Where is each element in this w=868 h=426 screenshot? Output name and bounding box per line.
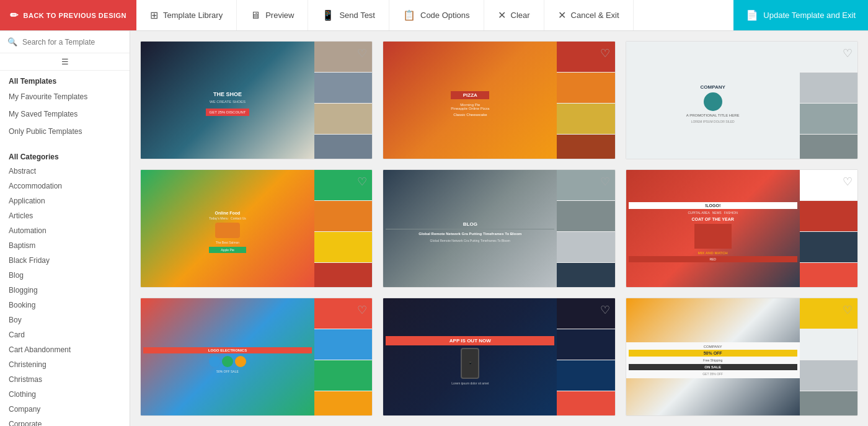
cat-blog[interactable]: Blog xyxy=(0,268,130,283)
card-main-image: !LOGO! CUPITAL AREA NEWS FASHION COAT OF… xyxy=(626,170,800,288)
favourite-icon[interactable]: ♡ xyxy=(357,47,367,60)
sidebar-only-public[interactable]: Only Public Templates xyxy=(0,123,130,140)
thumb-2 xyxy=(314,201,372,232)
favourite-icon[interactable]: ♡ xyxy=(600,175,610,189)
clear-icon: ✕ xyxy=(498,9,506,21)
nav-code-options[interactable]: 📋 Code Options xyxy=(389,0,484,30)
thumb-3 xyxy=(314,360,372,391)
template-card-flat: LOGO ELECTRONICS 50% OFF SALE xyxy=(140,298,373,416)
cat-accommodation[interactable]: Accommodation xyxy=(0,179,130,193)
cancel-exit-icon: ✕ xyxy=(558,9,566,21)
nav-clear[interactable]: ✕ Clear xyxy=(484,0,544,30)
cat-application[interactable]: Application xyxy=(0,193,130,208)
thumb-4 xyxy=(314,263,372,288)
thumb-2 xyxy=(557,201,614,232)
favourite-icon[interactable]: ♡ xyxy=(843,303,852,317)
card-main-image: Online Food Today's Menu Contact Us The … xyxy=(141,170,314,288)
template-card-corporate: COMPANY A PROMOTIONAL TITLE HERE LOREM I… xyxy=(626,41,858,159)
cat-christmas[interactable]: Christmas xyxy=(0,372,130,387)
thumb-2 xyxy=(800,73,857,104)
nav-template-library[interactable]: ⊞ Template Library xyxy=(136,0,237,30)
thumb-2 xyxy=(800,329,857,360)
template-card-footware: THE SHOE WE CREATE SHOES GET 25% DISCOUN… xyxy=(140,41,373,159)
sidebar-my-favourites[interactable]: My Favourite Templates xyxy=(0,88,130,105)
search-input[interactable] xyxy=(22,38,122,47)
cat-booking[interactable]: Booking xyxy=(0,298,130,313)
template-card-clothing: COMPANY 50% OFF Free Shipping ON SALE GE… xyxy=(626,298,858,416)
card-main-image: COMPANY A PROMOTIONAL TITLE HERE LOREM I… xyxy=(626,42,800,159)
cat-clothing[interactable]: Clothing xyxy=(0,387,130,402)
update-template-button[interactable]: 📄 Update Template and Exit xyxy=(733,0,868,30)
thumb-4 xyxy=(800,135,857,159)
back-arrow-icon: ✏ xyxy=(10,9,19,21)
cat-company[interactable]: Company xyxy=(0,402,130,417)
template-card-delivery-food: Online Food Today's Menu Contact Us The … xyxy=(140,169,373,288)
card-image-corporate: COMPANY A PROMOTIONAL TITLE HERE LOREM I… xyxy=(626,42,857,159)
template-library-label: Template Library xyxy=(163,11,223,20)
send-test-label: Send Test xyxy=(339,11,375,20)
clear-label: Clear xyxy=(511,11,530,20)
card-image-blog: BLOG Global Remote Network Gra Putting T… xyxy=(383,170,614,288)
card-main-image: BLOG Global Remote Network Gra Putting T… xyxy=(383,170,557,288)
nav-items-container: ⊞ Template Library 🖥 Preview 📱 Send Test… xyxy=(136,0,868,30)
card-main-image: THE SHOE WE CREATE SHOES GET 25% DISCOUN… xyxy=(141,42,314,159)
thumb-2 xyxy=(314,73,372,104)
templates-grid: THE SHOE WE CREATE SHOES GET 25% DISCOUN… xyxy=(130,31,868,426)
sidebar-my-saved[interactable]: My Saved Templates xyxy=(0,105,130,123)
favourite-icon[interactable]: ♡ xyxy=(600,47,610,60)
card-image-mobile: APP IS OUT NOW 📱 Lorem ipsum dolor sit a… xyxy=(383,298,614,416)
card-image-footware: THE SHOE WE CREATE SHOES GET 25% DISCOUN… xyxy=(141,42,372,159)
favourite-icon[interactable]: ♡ xyxy=(843,47,852,60)
cat-cart-abandonment[interactable]: Cart Abandonment xyxy=(0,342,130,357)
cat-black-friday[interactable]: Black Friday xyxy=(0,253,130,268)
nav-send-test[interactable]: 📱 Send Test xyxy=(308,0,389,30)
thumb-2 xyxy=(557,329,614,360)
send-test-icon: 📱 xyxy=(322,9,334,21)
thumb-2 xyxy=(800,201,857,232)
all-templates-label: All Templates xyxy=(0,71,130,88)
thumb-4 xyxy=(800,263,857,288)
thumb-3 xyxy=(800,104,857,135)
thumb-3 xyxy=(800,360,857,391)
card-image-clothing: COMPANY 50% OFF Free Shipping ON SALE GE… xyxy=(626,298,857,416)
cat-corporate[interactable]: Corporate xyxy=(0,417,130,426)
cat-boy[interactable]: Boy xyxy=(0,313,130,327)
template-library-icon: ⊞ xyxy=(150,9,158,21)
nav-cancel-exit[interactable]: ✕ Cancel & Exit xyxy=(544,0,634,30)
filter-icon: ☰ xyxy=(61,57,69,66)
thumb-3 xyxy=(557,232,614,263)
nav-preview[interactable]: 🖥 Preview xyxy=(237,0,308,30)
search-icon: 🔍 xyxy=(7,37,17,47)
template-card-newspaper: !LOGO! CUPITAL AREA NEWS FASHION COAT OF… xyxy=(626,169,858,288)
sidebar: 🔍 ☰ All Templates My Favourite Templates… xyxy=(0,31,130,426)
thumb-4 xyxy=(557,263,614,288)
cat-blogging[interactable]: Blogging xyxy=(0,283,130,298)
filter-button[interactable]: ☰ xyxy=(0,53,130,71)
main-area: 🔍 ☰ All Templates My Favourite Templates… xyxy=(0,31,868,426)
favourite-icon[interactable]: ♡ xyxy=(600,303,610,317)
favourite-icon[interactable]: ♡ xyxy=(357,175,367,189)
cat-christening[interactable]: Christening xyxy=(0,357,130,372)
preview-label: Preview xyxy=(265,11,294,20)
thumb-4 xyxy=(800,391,857,416)
cat-automation[interactable]: Automation xyxy=(0,223,130,238)
card-image-flat: LOGO ELECTRONICS 50% OFF SALE xyxy=(141,298,372,416)
card-image-delivery: Online Food Today's Menu Contact Us The … xyxy=(141,170,372,288)
card-main-image: LOGO ELECTRONICS 50% OFF SALE xyxy=(141,298,314,416)
thumb-4 xyxy=(557,391,614,416)
cat-abstract[interactable]: Abstract xyxy=(0,164,130,179)
favourite-icon[interactable]: ♡ xyxy=(843,175,852,189)
cat-card[interactable]: Card xyxy=(0,327,130,342)
code-options-label: Code Options xyxy=(420,11,470,20)
cat-baptism[interactable]: Baptism xyxy=(0,238,130,253)
favourite-icon[interactable]: ♡ xyxy=(357,303,367,317)
template-card-blog: BLOG Global Remote Network Gra Putting T… xyxy=(383,169,615,288)
all-categories-label: All Categories xyxy=(0,148,130,164)
code-options-icon: 📋 xyxy=(403,9,415,21)
card-image-food: PIZZA Morning Pie Pineapple Online Pizza… xyxy=(383,42,614,159)
card-main-image: COMPANY 50% OFF Free Shipping ON SALE GE… xyxy=(626,298,800,416)
cat-articles[interactable]: Articles xyxy=(0,208,130,223)
top-navigation: ✏ BACK TO PREVIOUS DESIGN ⊞ Template Lib… xyxy=(0,0,868,31)
back-button[interactable]: ✏ BACK TO PREVIOUS DESIGN xyxy=(0,0,136,30)
back-label: BACK TO PREVIOUS DESIGN xyxy=(24,12,127,19)
